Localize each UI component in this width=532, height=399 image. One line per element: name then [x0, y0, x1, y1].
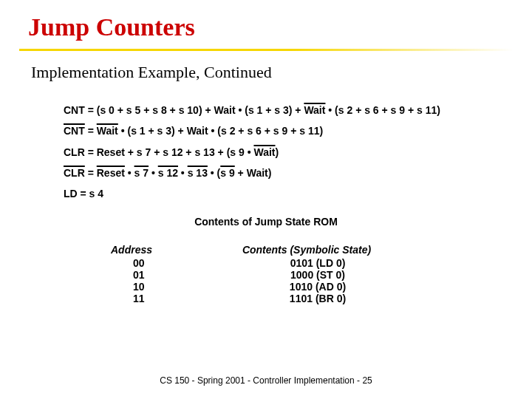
eq-text: • (: [208, 167, 220, 179]
eq-clr2: CLR = Reset • s 7 • s 12 • s 13 • (s 9 +…: [64, 166, 532, 180]
rom-addr: 01: [111, 269, 214, 281]
rom-hdr-address: Address: [111, 244, 192, 256]
eq-overline: Wait: [253, 146, 275, 158]
table-row: 11 1101 (BR 0): [111, 293, 421, 304]
rom-header: Address Contents (Symbolic State): [111, 244, 421, 256]
eq-overline: s 7: [134, 167, 149, 179]
eq-overline: s 13: [188, 167, 208, 179]
equations-block: CNT = (s 0 + s 5 + s 8 + s 10) + Wait • …: [0, 82, 532, 201]
eq-overline: Reset: [97, 167, 125, 179]
eq-cnt2: CNT = Wait • (s 1 + s 3) + Wait • (s 2 +…: [64, 123, 532, 138]
eq-text: •: [178, 167, 188, 179]
rom-caption: Contents of Jump State ROM: [0, 216, 532, 228]
rom-table: Address Contents (Symbolic State) 00 010…: [111, 244, 421, 304]
eq-clr1: CLR = Reset + s 7 + s 12 + s 13 + (s 9 •…: [64, 145, 532, 160]
eq-overline: s 9: [220, 167, 234, 179]
eq-cnt1: CNT = (s 0 + s 5 + s 8 + s 10) + Wait • …: [64, 103, 532, 117]
eq-text: =: [85, 167, 97, 179]
slide-subtitle: Implementation Example, Continued: [0, 51, 532, 82]
rom-content: 1000 (ST 0): [214, 269, 421, 281]
table-row: 00 0101 (LD 0): [111, 257, 421, 269]
rom-hdr-contents: Contents (Symbolic State): [192, 244, 421, 256]
rom-content: 1101 (BR 0): [214, 293, 421, 304]
eq-text: + Wait): [235, 167, 272, 179]
eq-overline: Wait: [97, 125, 118, 137]
eq-text: •: [125, 167, 134, 179]
eq-overline: Wait: [304, 104, 325, 116]
eq-text: •: [149, 167, 158, 179]
table-row: 10 1010 (AD 0): [111, 281, 421, 293]
slide-footer: CS 150 - Spring 2001 - Controller Implem…: [0, 375, 532, 386]
eq-text: CLR = Reset + s 7 + s 12 + s 13 + (s 9 •: [64, 146, 253, 158]
eq-overline: s 12: [158, 167, 178, 179]
rom-addr: 00: [111, 257, 214, 269]
rom-content: 1010 (AD 0): [214, 281, 421, 293]
table-row: 01 1000 (ST 0): [111, 269, 421, 281]
eq-text: • (s 2 + s 6 + s 9 + s 11): [325, 104, 440, 116]
rom-addr: 10: [111, 281, 214, 293]
slide-title: Jump Counters: [0, 0, 532, 49]
eq-ld: LD = s 4: [64, 186, 532, 201]
eq-text: ): [276, 146, 279, 158]
eq-overline: CNT: [64, 125, 85, 137]
eq-text: =: [85, 125, 97, 137]
eq-text: CNT = (s 0 + s 5 + s 8 + s 10) + Wait • …: [64, 104, 304, 116]
rom-content: 0101 (LD 0): [214, 257, 421, 269]
eq-text: • (s 1 + s 3) + Wait • (s 2 + s 6 + s 9 …: [118, 125, 323, 137]
rom-addr: 11: [111, 293, 214, 304]
eq-overline: CLR: [64, 167, 85, 179]
